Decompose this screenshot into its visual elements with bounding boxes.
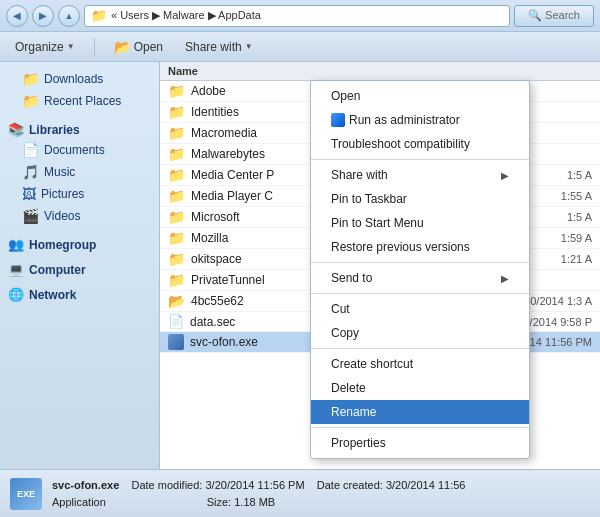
sidebar-item-videos[interactable]: 🎬 Videos: [0, 205, 159, 227]
music-icon: 🎵: [22, 164, 39, 180]
folder-icon: 📁: [168, 251, 185, 267]
network-icon: 🌐: [8, 287, 24, 302]
ctx-sep-2: [311, 262, 529, 263]
ctx-restore-prev[interactable]: Restore previous versions: [311, 235, 529, 259]
ctx-share-with-label: Share with: [331, 168, 388, 182]
status-type-size-line: Application Size: 1.18 MB: [52, 494, 465, 511]
folder-icon: 📁: [168, 125, 185, 141]
ctx-sep-3: [311, 293, 529, 294]
status-file-icon: EXE: [10, 478, 42, 510]
toolbar: Organize ▼ 📂 Open Share with ▼: [0, 32, 600, 62]
file-icon: 📄: [168, 314, 184, 329]
search-button[interactable]: 🔍 Search: [514, 5, 594, 27]
ctx-share-with[interactable]: Share with ▶: [311, 163, 529, 187]
status-bar: EXE svc-ofon.exe Date modified: 3/20/201…: [0, 469, 600, 517]
sidebar-item-downloads[interactable]: 📁 Downloads: [0, 68, 159, 90]
sidebar-label-videos: Videos: [44, 209, 80, 223]
ctx-run-admin[interactable]: Run as administrator: [311, 108, 529, 132]
file-list-header: Name: [160, 62, 600, 81]
ctx-pin-taskbar[interactable]: Pin to Taskbar: [311, 187, 529, 211]
organize-label: Organize: [15, 40, 64, 54]
ctx-rename[interactable]: Rename: [311, 400, 529, 424]
column-name: Name: [168, 65, 198, 77]
ctx-pin-taskbar-label: Pin to Taskbar: [331, 192, 407, 206]
share-dropdown-arrow: ▼: [245, 42, 253, 51]
status-created-label: Date created:: [317, 479, 383, 491]
back-button[interactable]: ◀: [6, 5, 28, 27]
homegroup-label: Homegroup: [29, 238, 96, 252]
folder-icon: 📁: [168, 230, 185, 246]
ctx-create-shortcut[interactable]: Create shortcut: [311, 352, 529, 376]
folder-icon: 📁: [168, 209, 185, 225]
ctx-troubleshoot[interactable]: Troubleshoot compatibility: [311, 132, 529, 156]
sidebar-section-computer[interactable]: 💻 Computer: [0, 258, 159, 279]
open-label: Open: [134, 40, 163, 54]
sidebar-label-recent: Recent Places: [44, 94, 121, 108]
libraries-icon: 📚: [8, 122, 24, 137]
folder-icon: 📁: [22, 71, 39, 87]
ctx-cut-label: Cut: [331, 302, 350, 316]
status-type: Application: [52, 496, 106, 508]
pictures-icon: 🖼: [22, 186, 36, 202]
ctx-properties[interactable]: Properties: [311, 431, 529, 455]
ctx-open[interactable]: Open: [311, 84, 529, 108]
ctx-copy[interactable]: Copy: [311, 321, 529, 345]
share-with-button[interactable]: Share with ▼: [178, 37, 260, 57]
sidebar-label-downloads: Downloads: [44, 72, 103, 86]
videos-icon: 🎬: [22, 208, 39, 224]
ctx-run-admin-label: Run as administrator: [349, 113, 460, 127]
sidebar-section-homegroup[interactable]: 👥 Homegroup: [0, 233, 159, 254]
ctx-sep-1: [311, 159, 529, 160]
forward-button[interactable]: ▶: [32, 5, 54, 27]
ctx-pin-startmenu[interactable]: Pin to Start Menu: [311, 211, 529, 235]
sidebar-label-pictures: Pictures: [41, 187, 84, 201]
ctx-restore-prev-label: Restore previous versions: [331, 240, 470, 254]
computer-icon: 💻: [8, 262, 24, 277]
context-menu: Open Run as administrator Troubleshoot c…: [310, 80, 530, 459]
open-button[interactable]: 📂 Open: [107, 36, 170, 58]
organize-button[interactable]: Organize ▼: [8, 37, 82, 57]
share-with-label: Share with: [185, 40, 242, 54]
folder-icon: 📁: [22, 93, 39, 109]
ctx-copy-label: Copy: [331, 326, 359, 340]
homegroup-icon: 👥: [8, 237, 24, 252]
status-size-value: 1.18 MB: [234, 496, 275, 508]
sidebar-section-libraries: 📚 Libraries: [0, 118, 159, 139]
ctx-delete[interactable]: Delete: [311, 376, 529, 400]
exe-icon: [168, 334, 184, 350]
ctx-send-to-label: Send to: [331, 271, 372, 285]
ctx-send-to[interactable]: Send to ▶: [311, 266, 529, 290]
exe-label: EXE: [17, 489, 35, 499]
ctx-run-admin-content: Run as administrator: [331, 113, 460, 127]
status-modified-label: Date modified:: [131, 479, 202, 491]
ctx-cut[interactable]: Cut: [311, 297, 529, 321]
folder-icon: 📁: [168, 83, 185, 99]
sidebar-item-recent-places[interactable]: 📁 Recent Places: [0, 90, 159, 112]
sidebar-item-documents[interactable]: 📄 Documents: [0, 139, 159, 161]
sidebar-label-music: Music: [44, 165, 75, 179]
up-button[interactable]: ▲: [58, 5, 80, 27]
libraries-label: Libraries: [29, 123, 80, 137]
ctx-troubleshoot-label: Troubleshoot compatibility: [331, 137, 470, 151]
sidebar-section-network[interactable]: 🌐 Network: [0, 283, 159, 304]
sidebar-item-music[interactable]: 🎵 Music: [0, 161, 159, 183]
documents-icon: 📄: [22, 142, 39, 158]
network-label: Network: [29, 288, 76, 302]
folder-icon: 📁: [168, 188, 185, 204]
ctx-open-label: Open: [331, 89, 360, 103]
ctx-sep-4: [311, 348, 529, 349]
folder-icon: 📁: [168, 104, 185, 120]
computer-label: Computer: [29, 263, 86, 277]
address-bar[interactable]: 📁 « Users ▶ Malware ▶ AppData: [84, 5, 510, 27]
status-filename-line: svc-ofon.exe Date modified: 3/20/2014 11…: [52, 477, 465, 494]
ctx-rename-label: Rename: [331, 405, 376, 419]
uac-icon: [331, 113, 345, 127]
sidebar-label-documents: Documents: [44, 143, 105, 157]
open-icon: 📂: [114, 39, 131, 55]
status-modified-value: 3/20/2014 11:56 PM: [205, 479, 304, 491]
ctx-create-shortcut-label: Create shortcut: [331, 357, 413, 371]
sidebar-item-pictures[interactable]: 🖼 Pictures: [0, 183, 159, 205]
sidebar: 📁 Downloads 📁 Recent Places 📚 Libraries …: [0, 62, 160, 469]
submenu-arrow-icon: ▶: [501, 170, 509, 181]
ctx-sep-5: [311, 427, 529, 428]
